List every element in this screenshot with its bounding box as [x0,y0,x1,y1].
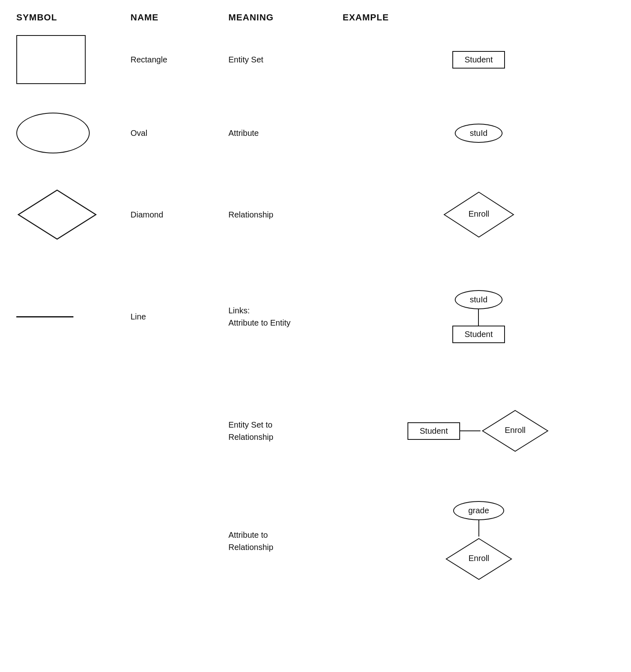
meaning-attr-rel: Attribute to Relationship [228,529,343,553]
name-oval: Oval [131,129,228,138]
link-rect: Student [452,326,505,343]
attr-rel-oval: grade [453,501,504,520]
attr-rel-diamond: Enroll [444,537,514,581]
col-header-symbol: SYMBOL [16,12,131,23]
ent-rel-connector [460,430,480,431]
link-vertical-line [478,309,479,326]
example-diamond: Enroll [343,190,615,239]
oval-shape [16,113,90,153]
attr-rel-diagram: grade Enroll [444,501,514,581]
name-diamond: Diamond [131,210,228,220]
svg-text:Enroll: Enroll [468,209,489,218]
row-attribute-to-relationship: Attribute to Relationship grade Enroll [16,484,615,598]
example-attr-rel: grade Enroll [343,501,615,581]
example-line: stuId Student [343,290,615,343]
ent-rel-diamond: Enroll [480,408,550,453]
rows-container: Rectangle Entity Set Student Oval Attrib… [0,27,631,598]
example-rect-shape: Student [452,51,505,69]
attr-rel-connector [478,520,479,537]
line-shape [16,316,73,317]
meaning-diamond: Relationship [228,210,343,220]
meaning-ent-rel: Entity Set to Relationship [228,419,343,443]
page-container: SYMBOL NAME MEANING EXAMPLE Rectangle En… [0,0,631,598]
symbol-oval [16,104,131,162]
example-oval: stuId [343,124,615,143]
meaning-oval: Attribute [228,129,343,138]
example-rectangle: Student [343,51,615,69]
diamond-shape [16,188,98,241]
row-entity-set-to-relationship: Entity Set to Relationship Student Enrol… [16,386,615,476]
col-header-name: NAME [131,12,228,23]
row-oval: Oval Attribute stuId [16,100,615,166]
row-line: Line Links: Attribute to Entity stuId St… [16,264,615,370]
svg-text:Enroll: Enroll [505,426,525,435]
symbol-rectangle [16,27,131,92]
row-rectangle: Rectangle Entity Set Student [16,27,615,92]
rectangle-shape [16,35,86,84]
svg-marker-0 [18,190,96,239]
svg-text:Enroll: Enroll [468,554,489,563]
meaning-line: Links: Attribute to Entity [228,304,343,329]
example-ent-rel: Student Enroll [343,408,615,453]
col-header-example: EXAMPLE [343,12,615,23]
col-header-meaning: MEANING [228,12,343,23]
ent-rel-rect: Student [407,422,460,440]
name-rectangle: Rectangle [131,55,228,64]
link-example: stuId Student [452,290,505,343]
example-diamond-shape: Enroll [442,190,516,239]
name-line: Line [131,312,228,322]
symbol-line [16,308,131,326]
row-diamond: Diamond Relationship Enroll [16,174,615,255]
example-oval-shape: stuId [455,124,503,143]
ent-rel-diagram: Student Enroll [407,408,550,453]
link-oval: stuId [455,290,503,309]
table-header: SYMBOL NAME MEANING EXAMPLE [0,0,631,27]
meaning-rectangle: Entity Set [228,55,343,64]
symbol-diamond [16,180,131,249]
